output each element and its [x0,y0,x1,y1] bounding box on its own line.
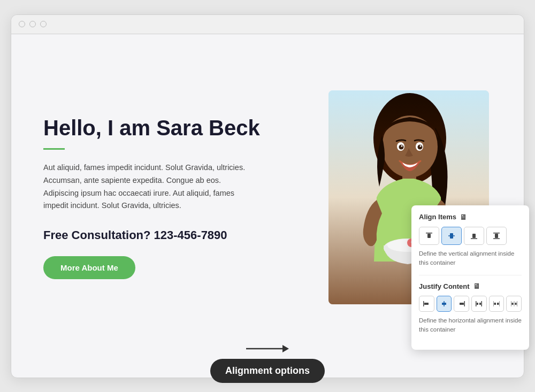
svg-rect-29 [460,303,464,305]
svg-rect-38 [511,301,511,306]
svg-point-12 [418,144,423,149]
annotation-tooltip: Alignment options [210,359,325,383]
svg-rect-18 [450,233,453,239]
browser-dot-maximize [40,21,47,27]
svg-rect-25 [424,303,429,305]
hero-title: Hello, I am Sara Beck [43,115,304,141]
svg-rect-30 [476,301,477,306]
justify-description: Define the horizontal alignment inside t… [419,316,522,335]
svg-rect-22 [493,238,500,239]
justify-content-label: Justify Content [419,282,470,290]
svg-rect-34 [493,301,494,306]
svg-rect-31 [482,301,483,306]
panel-divider [419,275,522,275]
align-buttons-row [419,227,522,245]
align-top-icon [425,232,433,240]
svg-rect-21 [493,233,500,234]
justify-content-header: Justify Content 🖥 [419,282,522,290]
svg-rect-24 [423,301,424,306]
svg-rect-20 [472,234,476,238]
justify-around-icon [493,300,500,308]
justify-between-button[interactable] [471,296,487,312]
left-content: Hello, I am Sara Beck Aut aliquid, fames… [43,115,304,280]
browser-dot-close [19,21,25,27]
svg-point-14 [420,145,422,147]
svg-rect-27 [442,303,446,305]
monitor-icon-justify: 🖥 [473,282,480,290]
justify-buttons-row [419,296,522,312]
browser-content: Hello, I am Sara Beck Aut aliquid, fames… [11,34,524,366]
justify-start-icon [423,300,430,308]
svg-rect-35 [499,301,500,306]
browser-window: Hello, I am Sara Beck Aut aliquid, fames… [11,14,524,378]
browser-dot-minimize [29,21,36,27]
contact-line: Free Consultation? 123-456-7890 [43,228,304,242]
align-panel: Align Items 🖥 [411,205,529,350]
svg-rect-19 [471,238,477,239]
align-items-header: Align Items 🖥 [419,213,522,221]
annotation-container: Alignment options [246,341,289,356]
svg-rect-33 [479,303,481,305]
monitor-icon-align: 🖥 [460,213,467,221]
align-bottom-icon [470,232,478,240]
svg-rect-41 [511,303,513,305]
justify-end-icon [458,300,465,308]
justify-around-button[interactable] [489,296,505,312]
svg-point-13 [401,145,403,147]
align-stretch-button[interactable] [486,227,507,245]
align-bottom-button[interactable] [464,227,484,245]
justify-start-button[interactable] [419,296,434,312]
justify-evenly-icon [510,300,518,308]
align-items-label: Align Items [419,213,456,221]
justify-between-icon [475,300,483,308]
justify-center-icon [440,300,448,308]
justify-end-button[interactable] [454,296,469,312]
align-top-button[interactable] [419,227,439,245]
svg-rect-16 [427,234,431,238]
cta-button[interactable]: More About Me [43,256,135,279]
svg-rect-42 [515,303,516,305]
align-stretch-icon [492,232,501,240]
svg-marker-44 [282,345,289,352]
browser-titlebar [11,15,524,34]
annotation-arrow-svg [246,341,289,356]
align-center-icon [447,232,456,240]
svg-rect-39 [517,301,517,306]
svg-rect-37 [497,303,499,305]
svg-rect-23 [495,234,498,238]
hero-description: Aut aliquid, fames impedit incidunt. Sol… [43,162,257,213]
align-description: Define the vertical alignment inside thi… [419,249,522,268]
justify-center-button[interactable] [437,296,452,312]
align-center-button[interactable] [441,227,462,245]
svg-rect-32 [477,303,478,305]
hero-divider [43,148,65,150]
justify-evenly-button[interactable] [506,296,522,312]
svg-rect-28 [464,301,465,306]
svg-rect-40 [514,301,514,306]
svg-rect-15 [426,233,432,234]
svg-rect-36 [494,303,496,305]
svg-point-11 [399,144,404,149]
